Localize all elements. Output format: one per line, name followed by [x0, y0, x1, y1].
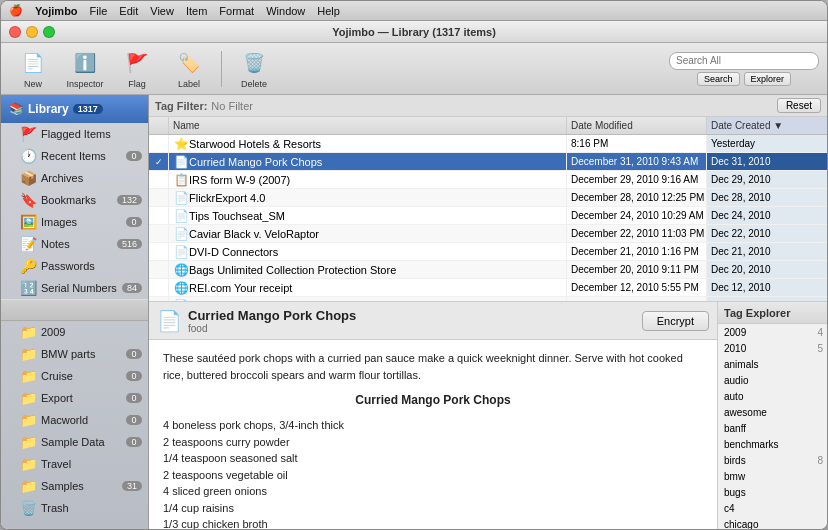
menu-edit[interactable]: Edit: [119, 5, 138, 17]
tag-item[interactable]: benchmarks: [718, 436, 827, 452]
tag-filter-value: No Filter: [211, 100, 773, 112]
tag-item[interactable]: banff: [718, 420, 827, 436]
search-button[interactable]: Search: [697, 72, 740, 86]
tag-item[interactable]: bugs: [718, 484, 827, 500]
tag-item[interactable]: awesome: [718, 404, 827, 420]
col-name[interactable]: Name: [169, 117, 567, 134]
tag-item[interactable]: chicago: [718, 516, 827, 529]
table-row[interactable]: ⭐ Starwood Hotels & Resorts 8:16 PM Yest…: [149, 135, 827, 153]
minimize-button[interactable]: [26, 26, 38, 38]
content-area: Tag Filter: No Filter Reset Name Date Mo…: [149, 95, 827, 529]
collections-header: [1, 299, 148, 321]
delete-button[interactable]: 🗑️ Delete: [230, 47, 278, 91]
sidebar-item-macworld[interactable]: 📁 Macworld 0: [1, 409, 148, 431]
row-check: [149, 279, 169, 296]
tag-label: banff: [724, 423, 823, 434]
tag-item[interactable]: auto: [718, 388, 827, 404]
menu-item[interactable]: Item: [186, 5, 207, 17]
row-name: 🌐 Bags Unlimited Collection Protection S…: [169, 261, 567, 278]
col-created[interactable]: Date Created ▼: [707, 117, 827, 134]
row-name-text: Caviar Black v. VeloRaptor: [189, 228, 319, 240]
row-modified: December 31, 2010 9:43 AM: [567, 153, 707, 170]
search-input[interactable]: [669, 52, 819, 70]
menu-format[interactable]: Format: [219, 5, 254, 17]
table-row[interactable]: ✓ 📄 Curried Mango Pork Chops December 31…: [149, 153, 827, 171]
serial-icon: 🔢: [19, 280, 37, 296]
sidebar-item-bookmarks[interactable]: 🔖 Bookmarks 132: [1, 189, 148, 211]
table-row[interactable]: 📄 FlickrExport 4.0 December 28, 2010 12:…: [149, 189, 827, 207]
col-modified[interactable]: Date Modified: [567, 117, 707, 134]
folder-export-label: Export: [41, 392, 122, 404]
sidebar-item-sample[interactable]: 📁 Sample Data 0: [1, 431, 148, 453]
row-icon: 📋: [173, 172, 189, 188]
sidebar-item-passwords[interactable]: 🔑 Passwords: [1, 255, 148, 277]
flagged-icon: 🚩: [19, 126, 37, 142]
detail-panel: 📄 Curried Mango Pork Chops food Encrypt …: [149, 302, 827, 529]
table-row[interactable]: 📄 Caviar Black v. VeloRaptor December 22…: [149, 225, 827, 243]
close-button[interactable]: [9, 26, 21, 38]
traffic-lights: [9, 26, 55, 38]
tag-item[interactable]: bmw: [718, 468, 827, 484]
library-icon: 📚: [9, 102, 24, 116]
tag-item[interactable]: animals: [718, 356, 827, 372]
sidebar-item-bmw[interactable]: 📁 BMW parts 0: [1, 343, 148, 365]
sidebar-item-archives[interactable]: 📦 Archives: [1, 167, 148, 189]
folder-bmw-icon: 📁: [19, 346, 37, 362]
menu-view[interactable]: View: [150, 5, 174, 17]
sidebar-item-serial[interactable]: 🔢 Serial Numbers 84: [1, 277, 148, 299]
table-row[interactable]: 🌐 Bags Unlimited Collection Protection S…: [149, 261, 827, 279]
sidebar-item-travel[interactable]: 📁 Travel: [1, 453, 148, 475]
tag-item[interactable]: birds 8: [718, 452, 827, 468]
sidebar-item-cruise[interactable]: 📁 Cruise 0: [1, 365, 148, 387]
tag-item[interactable]: 2009 4: [718, 324, 827, 340]
list-item: 1/4 teaspoon seasoned salt: [163, 450, 703, 467]
table-row[interactable]: 🌐 REI.com Your receipt December 12, 2010…: [149, 279, 827, 297]
table-row[interactable]: 📄 Tips Touchseat_SM December 24, 2010 10…: [149, 207, 827, 225]
menu-apple[interactable]: 🍎: [9, 4, 23, 17]
sidebar-item-flagged[interactable]: 🚩 Flagged Items: [1, 123, 148, 145]
sidebar-item-notes[interactable]: 📝 Notes 516: [1, 233, 148, 255]
tag-filter-reset-button[interactable]: Reset: [777, 98, 821, 113]
new-button[interactable]: 📄 New: [9, 47, 57, 91]
menu-yojimbo[interactable]: Yojimbo: [35, 5, 78, 17]
row-icon: 📄: [173, 208, 189, 224]
recent-icon: 🕐: [19, 148, 37, 164]
row-created: Dec 21, 2010: [707, 243, 827, 260]
library-header[interactable]: 📚 Library 1317: [1, 95, 148, 123]
detail-content: These sautéed pork chops with a curried …: [149, 340, 717, 529]
label-label: Label: [178, 79, 200, 89]
folder-cruise-label: Cruise: [41, 370, 122, 382]
row-modified: December 29, 2010 9:16 AM: [567, 171, 707, 188]
tag-item[interactable]: 2010 5: [718, 340, 827, 356]
inspector-button[interactable]: ℹ️ Inspector: [61, 47, 109, 91]
menu-file[interactable]: File: [90, 5, 108, 17]
sidebar-item-export[interactable]: 📁 Export 0: [1, 387, 148, 409]
tag-item[interactable]: c4: [718, 500, 827, 516]
row-modified: December 24, 2010 10:29 AM: [567, 207, 707, 224]
sidebar-item-trash[interactable]: 🗑️ Trash: [1, 497, 148, 519]
notes-badge: 516: [117, 239, 142, 249]
passwords-icon: 🔑: [19, 258, 37, 274]
tag-item[interactable]: audio: [718, 372, 827, 388]
label-button[interactable]: 🏷️ Label: [165, 47, 213, 91]
table-row[interactable]: 📋 IRS form W-9 (2007) December 29, 2010 …: [149, 171, 827, 189]
explorer-button[interactable]: Explorer: [744, 72, 792, 86]
table-row[interactable]: 📄 DVI-D Connectors December 21, 2010 1:1…: [149, 243, 827, 261]
menu-help[interactable]: Help: [317, 5, 340, 17]
tag-label: awesome: [724, 407, 823, 418]
bookmarks-badge: 132: [117, 195, 142, 205]
sidebar-item-2009[interactable]: 📁 2009: [1, 321, 148, 343]
flag-button[interactable]: 🚩 Flag: [113, 47, 161, 91]
encrypt-button[interactable]: Encrypt: [642, 311, 709, 331]
row-name-text: DVI-D Connectors: [189, 246, 278, 258]
sidebar-item-images[interactable]: 🖼️ Images 0: [1, 211, 148, 233]
folder-travel-icon: 📁: [19, 456, 37, 472]
list-item: 2 teaspoons curry powder: [163, 434, 703, 451]
sidebar-item-samples[interactable]: 📁 Samples 31: [1, 475, 148, 497]
sidebar-item-recent[interactable]: 🕐 Recent Items 0: [1, 145, 148, 167]
maximize-button[interactable]: [43, 26, 55, 38]
menu-window[interactable]: Window: [266, 5, 305, 17]
row-check: [149, 225, 169, 242]
detail-title: Curried Mango Pork Chops: [188, 308, 356, 323]
row-check: [149, 243, 169, 260]
